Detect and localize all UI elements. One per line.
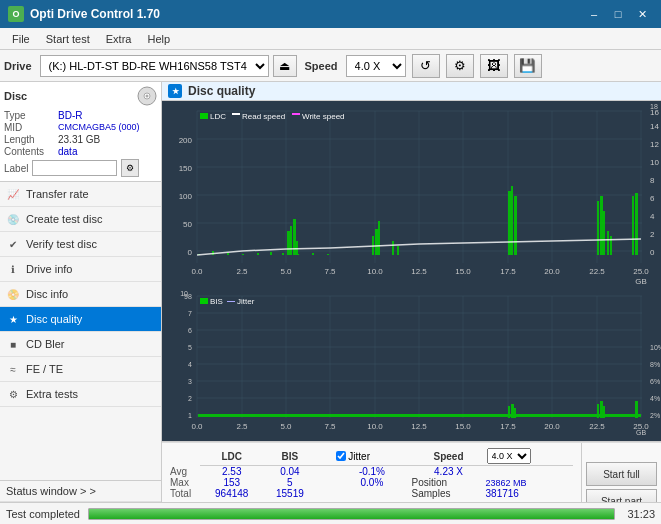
sidebar-item-create-test-disc[interactable]: 💿 Create test disc bbox=[0, 207, 161, 232]
svg-point-2 bbox=[146, 95, 149, 98]
svg-rect-79 bbox=[232, 113, 240, 115]
drive-select[interactable]: (K:) HL-DT-ST BD-RE WH16NS58 TST4 bbox=[40, 55, 269, 77]
sidebar-item-fe-te[interactable]: ≈ FE / TE bbox=[0, 357, 161, 382]
disc-type-value: BD-R bbox=[58, 110, 82, 121]
disc-length-value: 23.31 GB bbox=[58, 134, 100, 145]
drive-label: Drive bbox=[4, 60, 32, 72]
refresh-button[interactable]: ↺ bbox=[412, 54, 440, 78]
disc-mid-label: MID bbox=[4, 122, 56, 133]
svg-text:BIS: BIS bbox=[210, 297, 223, 306]
speed-col-header: Speed bbox=[412, 447, 486, 466]
jitter-speed-select[interactable]: 4.0 X bbox=[487, 448, 531, 464]
svg-text:8: 8 bbox=[188, 293, 192, 300]
progress-bar-fill bbox=[89, 509, 614, 519]
sidebar-item-label: Drive info bbox=[26, 263, 72, 275]
svg-rect-71 bbox=[600, 196, 603, 255]
drive-info-icon: ℹ bbox=[6, 262, 20, 276]
status-bar: Test completed 31:23 bbox=[0, 502, 661, 524]
disc-label-button[interactable]: ⚙ bbox=[121, 159, 139, 177]
sidebar-item-verify-test-disc[interactable]: ✔ Verify test disc bbox=[0, 232, 161, 257]
svg-text:Write speed: Write speed bbox=[302, 112, 345, 121]
speed-value: 4.23 X bbox=[412, 466, 486, 478]
svg-text:10.0: 10.0 bbox=[367, 267, 383, 276]
svg-rect-133 bbox=[514, 408, 516, 418]
chart1-svg: 0 50 100 150 200 0 2 4 6 8 10 12 14 16 bbox=[162, 101, 661, 286]
sidebar-item-label: CD Bler bbox=[26, 338, 65, 350]
svg-rect-53 bbox=[270, 252, 272, 255]
jitter-header: Jitter bbox=[332, 447, 411, 466]
save-button[interactable]: 💾 bbox=[514, 54, 542, 78]
sidebar-item-drive-info[interactable]: ℹ Drive info bbox=[0, 257, 161, 282]
sidebar-item-disc-quality[interactable]: ★ Disc quality bbox=[0, 307, 161, 332]
menu-start-test[interactable]: Start test bbox=[38, 31, 98, 47]
svg-text:8%: 8% bbox=[650, 361, 660, 368]
disc-quality-icon: ★ bbox=[6, 312, 20, 326]
menu-file[interactable]: File bbox=[4, 31, 38, 47]
sidebar-item-extra-tests[interactable]: ⚙ Extra tests bbox=[0, 382, 161, 407]
jitter-checkbox[interactable] bbox=[336, 451, 346, 461]
chart2-container: 1 2 3 4 5 6 7 8 9 10 2% 4% 6% 8% 10% bbox=[162, 286, 661, 442]
drive-toolbar: Drive (K:) HL-DT-ST BD-RE WH16NS58 TST4 … bbox=[0, 50, 661, 82]
sidebar-item-disc-info[interactable]: 📀 Disc info bbox=[0, 282, 161, 307]
svg-rect-52 bbox=[257, 253, 259, 255]
svg-text:200: 200 bbox=[179, 136, 193, 145]
disc-quality-panel-icon: ★ bbox=[168, 84, 182, 98]
speed-select[interactable]: 4.0 X bbox=[346, 55, 406, 77]
title-bar-controls: – □ ✕ bbox=[583, 5, 653, 23]
svg-text:7.5: 7.5 bbox=[324, 267, 336, 276]
extra-button[interactable]: 🖼 bbox=[480, 54, 508, 78]
avg-jitter: -0.1% bbox=[332, 466, 411, 478]
app-icon: O bbox=[8, 6, 24, 22]
speed-label: Speed bbox=[305, 60, 338, 72]
verify-test-disc-icon: ✔ bbox=[6, 237, 20, 251]
progress-bar bbox=[88, 508, 615, 520]
svg-rect-68 bbox=[511, 186, 513, 255]
svg-text:Jitter: Jitter bbox=[237, 297, 255, 306]
sidebar-item-label: Create test disc bbox=[26, 213, 102, 225]
ldc-header: LDC bbox=[200, 447, 263, 466]
sidebar-item-cd-bler[interactable]: ■ CD Bler bbox=[0, 332, 161, 357]
svg-text:5.0: 5.0 bbox=[280, 267, 292, 276]
svg-rect-83 bbox=[162, 286, 661, 436]
svg-text:4%: 4% bbox=[650, 395, 660, 402]
menu-extra[interactable]: Extra bbox=[98, 31, 140, 47]
start-part-button[interactable]: Start part bbox=[586, 489, 657, 502]
disc-panel-title: Disc bbox=[4, 90, 27, 102]
start-full-button[interactable]: Start full bbox=[586, 462, 657, 486]
disc-icon bbox=[137, 86, 157, 106]
svg-text:10%: 10% bbox=[650, 344, 661, 351]
eject-button[interactable]: ⏏ bbox=[273, 55, 297, 77]
maximize-button[interactable]: □ bbox=[607, 5, 629, 23]
svg-rect-72 bbox=[603, 211, 605, 255]
sidebar-item-transfer-rate[interactable]: 📈 Transfer rate bbox=[0, 182, 161, 207]
svg-rect-54 bbox=[282, 253, 284, 255]
title-bar-left: O Opti Drive Control 1.70 bbox=[8, 6, 160, 22]
status-window-button[interactable]: Status window > > bbox=[0, 481, 161, 502]
disc-contents-label: Contents bbox=[4, 146, 56, 157]
svg-text:6: 6 bbox=[188, 327, 192, 334]
stats-area: LDC BIS Jitter Speed bbox=[162, 442, 661, 502]
svg-text:4: 4 bbox=[650, 212, 655, 221]
svg-rect-69 bbox=[514, 196, 517, 255]
minimize-button[interactable]: – bbox=[583, 5, 605, 23]
main-area: Disc Type BD-R MID CMCMAGBA5 (000) Lengt… bbox=[0, 82, 661, 502]
disc-label-input[interactable] bbox=[32, 160, 117, 176]
menu-help[interactable]: Help bbox=[139, 31, 178, 47]
disc-label-label: Label bbox=[4, 163, 28, 174]
disc-length-label: Length bbox=[4, 134, 56, 145]
svg-text:5: 5 bbox=[188, 344, 192, 351]
svg-rect-64 bbox=[378, 221, 380, 255]
svg-text:12: 12 bbox=[650, 140, 659, 149]
svg-rect-60 bbox=[293, 219, 296, 255]
settings-button[interactable]: ⚙ bbox=[446, 54, 474, 78]
charts-area: 0 50 100 150 200 0 2 4 6 8 10 12 14 16 bbox=[162, 101, 661, 502]
svg-rect-56 bbox=[312, 253, 314, 255]
svg-text:18: 18 bbox=[650, 103, 658, 110]
svg-text:14: 14 bbox=[650, 122, 659, 131]
position-value: 23862 MB bbox=[486, 477, 573, 488]
svg-text:22.5: 22.5 bbox=[589, 267, 605, 276]
close-button[interactable]: ✕ bbox=[631, 5, 653, 23]
svg-rect-59 bbox=[290, 226, 292, 255]
svg-text:12.5: 12.5 bbox=[411, 267, 427, 276]
sidebar-item-label: Transfer rate bbox=[26, 188, 89, 200]
